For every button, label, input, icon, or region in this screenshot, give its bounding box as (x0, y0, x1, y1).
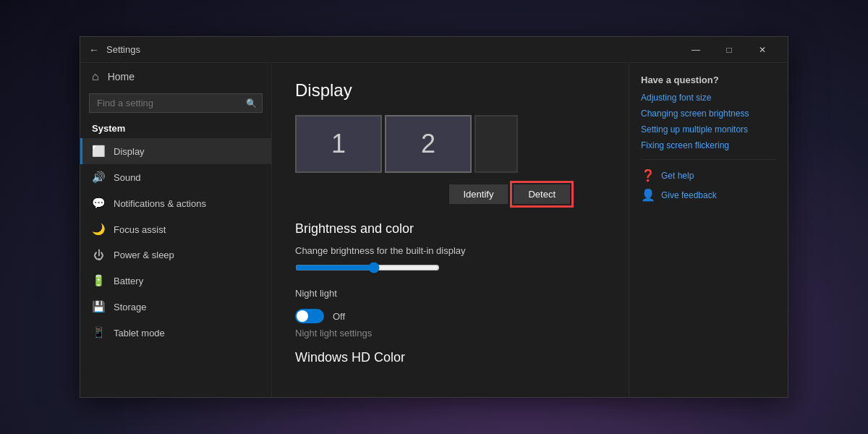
sidebar-item-storage[interactable]: 💾 Storage (80, 294, 271, 320)
get-help-action[interactable]: ❓ Get help (641, 169, 776, 182)
give-feedback-label: Give feedback (661, 190, 717, 200)
power-icon: ⏻ (92, 249, 105, 261)
give-feedback-action[interactable]: 👤 Give feedback (641, 188, 776, 202)
sidebar-item-power-label: Power & sleep (114, 250, 174, 260)
sidebar-item-tablet-label: Tablet mode (114, 328, 165, 339)
monitor-button-row: Identify Detect (295, 184, 570, 204)
night-light-row: Night light (295, 288, 605, 305)
minimize-button[interactable]: — (679, 38, 712, 61)
help-link-monitors[interactable]: Setting up multiple monitors (641, 124, 776, 135)
sidebar-home[interactable]: ⌂ Home (80, 63, 271, 90)
sidebar-item-display[interactable]: ⬜ Display (80, 138, 271, 164)
sidebar-item-battery-label: Battery (114, 276, 143, 286)
sidebar-item-battery[interactable]: 🔋 Battery (80, 268, 271, 294)
help-link-flickering[interactable]: Fixing screen flickering (641, 140, 776, 150)
brightness-slider[interactable] (295, 262, 440, 273)
battery-icon: 🔋 (92, 274, 105, 287)
main-panel: Display 1 2 Identify Detect Brightness a… (272, 63, 629, 397)
window-title: Settings (106, 44, 140, 55)
identify-button[interactable]: Identify (449, 184, 509, 204)
detect-button[interactable]: Detect (514, 184, 570, 204)
help-divider (641, 159, 776, 160)
have-question-label: Have a question? (641, 75, 776, 85)
monitor-1[interactable]: 1 (295, 115, 382, 173)
settings-window: ← Settings — □ ✕ ⌂ Home 🔍 System ⬜ Displ… (80, 36, 788, 398)
right-panel: Have a question? Adjusting font size Cha… (629, 63, 788, 397)
monitor-1-label: 1 (331, 129, 346, 159)
search-icon: 🔍 (246, 98, 257, 109)
night-light-toggle-state: Off (333, 311, 345, 322)
sidebar-item-focus[interactable]: 🌙 Focus assist (80, 216, 271, 242)
sidebar-item-focus-label: Focus assist (114, 224, 166, 235)
monitor-placeholder (475, 115, 518, 173)
monitor-2-label: 2 (421, 129, 435, 159)
night-light-toggle[interactable] (295, 309, 324, 323)
close-button[interactable]: ✕ (746, 38, 779, 61)
display-icon: ⬜ (92, 145, 105, 158)
storage-icon: 💾 (92, 300, 105, 313)
help-link-brightness[interactable]: Changing screen brightness (641, 109, 776, 119)
sidebar-item-sound-label: Sound (114, 172, 141, 183)
sidebar-item-tablet[interactable]: 📱 Tablet mode (80, 320, 271, 346)
notifications-icon: 💬 (92, 197, 105, 210)
search-box: 🔍 (89, 93, 263, 113)
sidebar-home-label: Home (108, 71, 135, 82)
search-input[interactable] (89, 93, 263, 113)
sound-icon: 🔊 (92, 171, 105, 184)
sidebar-item-sound[interactable]: 🔊 Sound (80, 164, 271, 190)
page-title: Display (295, 80, 605, 101)
get-help-label: Get help (661, 171, 694, 181)
get-help-icon: ❓ (641, 169, 655, 182)
night-light-toggle-row: Off (295, 309, 605, 323)
windows-hd-title: Windows HD Color (295, 350, 605, 365)
sidebar-item-notifications-label: Notifications & actions (114, 198, 206, 209)
tablet-icon: 📱 (92, 326, 105, 339)
title-bar: ← Settings — □ ✕ (80, 37, 788, 63)
maximize-button[interactable]: □ (712, 38, 746, 61)
help-link-font[interactable]: Adjusting font size (641, 93, 776, 103)
brightness-slider-row (295, 262, 605, 273)
brightness-label: Change brightness for the built-in displ… (295, 245, 605, 256)
home-icon: ⌂ (92, 70, 99, 83)
focus-icon: 🌙 (92, 223, 105, 236)
brightness-section-title: Brightness and color (295, 221, 605, 237)
sidebar: ⌂ Home 🔍 System ⬜ Display 🔊 Sound 💬 Noti… (80, 63, 272, 397)
give-feedback-icon: 👤 (641, 188, 655, 202)
sidebar-item-notifications[interactable]: 💬 Notifications & actions (80, 190, 271, 216)
window-controls: — □ ✕ (679, 38, 779, 61)
sidebar-section-label: System (80, 120, 271, 138)
sidebar-item-power[interactable]: ⏻ Power & sleep (80, 242, 271, 268)
night-light-settings-link[interactable]: Night light settings (295, 328, 605, 339)
night-light-label: Night light (295, 288, 337, 299)
monitor-area: 1 2 (295, 115, 605, 173)
content-area: ⌂ Home 🔍 System ⬜ Display 🔊 Sound 💬 Noti… (80, 63, 788, 397)
sidebar-item-storage-label: Storage (114, 302, 147, 312)
sidebar-item-display-label: Display (114, 146, 145, 157)
back-button[interactable]: ← (89, 44, 99, 56)
monitor-2[interactable]: 2 (385, 115, 472, 173)
